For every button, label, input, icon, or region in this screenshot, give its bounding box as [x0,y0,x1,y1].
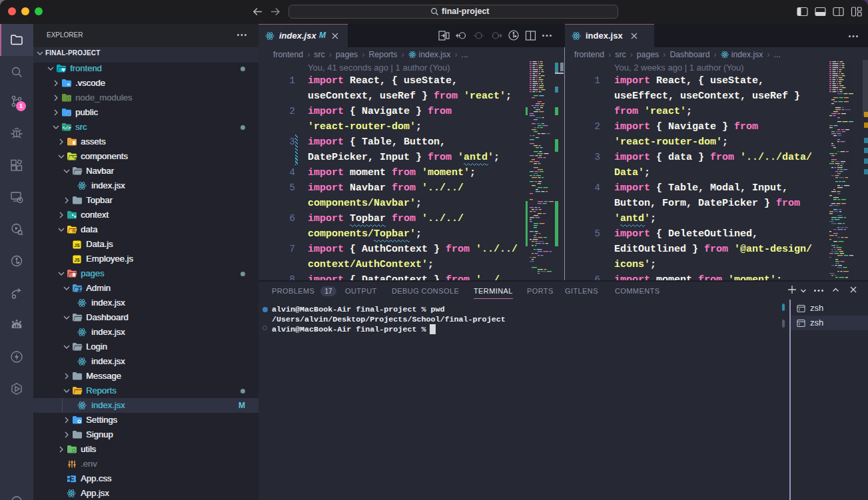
svg-text:JS: JS [74,243,80,248]
svg-text:</>: </> [63,125,71,130]
svg-text:JS: JS [74,258,80,262]
